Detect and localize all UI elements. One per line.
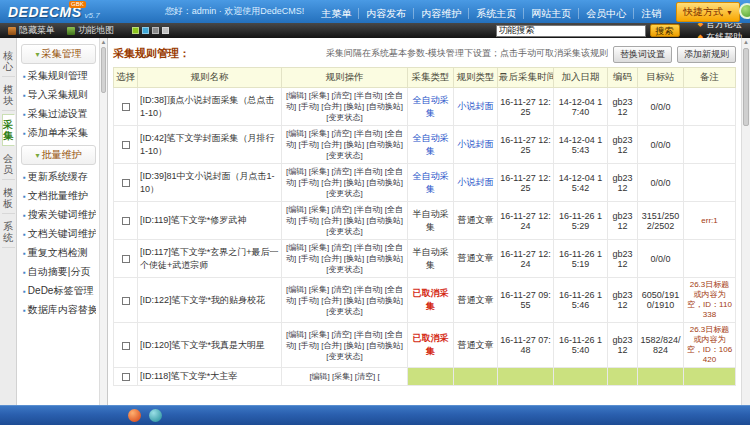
sidebar-scrollbar[interactable]: ▲: [99, 38, 107, 405]
menu-item[interactable]: ▪添加单本采集: [21, 123, 96, 142]
encoding-cell: gb2312: [608, 126, 638, 164]
topnav-item[interactable]: 网站主页: [524, 8, 579, 19]
rule-ops-cell[interactable]: [编辑] [采集] [清空] [半自动] [全自动] [手动] [合并] [换站…: [282, 126, 408, 164]
header-button[interactable]: 替换词设置: [613, 46, 672, 63]
topnav-item[interactable]: 注销: [634, 8, 668, 19]
header-button[interactable]: 添加新规则: [677, 46, 736, 63]
menu-item-label: 搜索关键词维护: [28, 209, 96, 220]
menu-item[interactable]: ▪自动摘要|分页: [21, 262, 96, 281]
menu-item[interactable]: ▪导入采集规则: [21, 85, 96, 104]
row-checkbox[interactable]: [122, 103, 130, 111]
row-checkbox[interactable]: [122, 297, 130, 305]
logo-version-badge: GBK: [69, 1, 86, 8]
search-button[interactable]: 搜索: [650, 24, 680, 37]
menu-section-header[interactable]: ▾采集管理: [21, 44, 96, 64]
topnav-item[interactable]: 主菜单: [314, 8, 359, 19]
menu-item[interactable]: ▪重复文档检测: [21, 243, 96, 262]
scroll-up-icon[interactable]: ▲: [742, 38, 750, 47]
shortcut-button[interactable]: 快捷方式 ▼: [676, 2, 740, 22]
row-checkbox[interactable]: [122, 217, 130, 225]
rule-ops-cell[interactable]: [编辑] [采集] [清空] [半自动] [全自动] [手动] [合并] [换站…: [282, 202, 408, 240]
row-checkbox[interactable]: [122, 373, 130, 381]
target-site-cell: [638, 368, 684, 386]
theme-swatch-icon[interactable]: [132, 27, 139, 34]
sidebar-tab-采集[interactable]: 采集: [2, 114, 15, 146]
row-checkbox[interactable]: [122, 255, 130, 263]
collect-type-cell[interactable]: 全自动采集: [408, 126, 454, 164]
table-body: [ID:38]顶点小说封面采集（总点击1-10）[编辑] [采集] [清空] […: [114, 88, 736, 386]
sidebar-tab-核心[interactable]: 核心: [2, 46, 15, 77]
column-header: 规则类型: [454, 68, 498, 88]
collect-type-cell[interactable]: 已取消采集: [408, 323, 454, 368]
theme-swatch-icon[interactable]: [142, 27, 149, 34]
teal-app-icon[interactable]: [149, 409, 162, 422]
menu-section-title-label: 批量维护: [42, 149, 82, 160]
menu-item[interactable]: ▪采集规则管理: [21, 66, 96, 85]
online-service-icon[interactable]: [739, 3, 750, 19]
function-map-button[interactable]: 功能地图: [67, 24, 114, 37]
sidebar-tab-模块[interactable]: 模块: [2, 80, 15, 111]
menu-item[interactable]: ▪DeDe标签管理: [21, 281, 96, 300]
menu-section-header[interactable]: ▾批量维护: [21, 145, 96, 165]
topnav-item[interactable]: 内容维护: [414, 8, 469, 19]
function-search-input[interactable]: [496, 25, 646, 37]
collect-type-cell[interactable]: [408, 368, 454, 386]
rule-type-cell[interactable]: 小说封面: [454, 126, 498, 164]
last-collect-time-cell: [498, 368, 554, 386]
scroll-up-icon[interactable]: ▲: [100, 38, 107, 46]
rule-ops-cell[interactable]: [编辑] [采集] [清空] [半自动] [全自动] [手动] [合并] [换站…: [282, 323, 408, 368]
collect-type-cell[interactable]: 半自动采集: [408, 240, 454, 278]
rule-ops-cell[interactable]: [编辑] [采集] [清空] [: [282, 368, 408, 386]
menu-item[interactable]: ▪数据库内容替换: [21, 300, 96, 319]
row-checkbox[interactable]: [122, 141, 130, 149]
sidebar-tab-系统[interactable]: 系统: [2, 217, 15, 248]
main-scroll-thumb[interactable]: [743, 48, 749, 126]
row-checkbox[interactable]: [122, 179, 130, 187]
content-area: 核心模块采集会员模板系统 ▾采集管理▪采集规则管理▪导入采集规则▪采集过滤设置▪…: [0, 38, 750, 405]
dedecms-admin-window: DEDECMS GBK v5.7 您好：admin · 欢迎使用DedeCMS!…: [0, 0, 750, 425]
collect-type-cell[interactable]: 已取消采集: [408, 278, 454, 323]
sidebar-menu: ▾采集管理▪采集规则管理▪导入采集规则▪采集过滤设置▪添加单本采集▾批量维护▪更…: [17, 38, 108, 405]
remark-cell: [684, 126, 736, 164]
topnav-item[interactable]: 内容发布: [359, 8, 414, 19]
join-date-cell: 14-12-04 15:42: [554, 164, 608, 202]
row-checkbox[interactable]: [122, 342, 130, 350]
collect-type-cell[interactable]: 全自动采集: [408, 88, 454, 126]
target-site-cell: 0/0/0: [638, 126, 684, 164]
hide-menu-button[interactable]: 隐藏菜单: [8, 24, 55, 37]
rule-ops-cell[interactable]: [编辑] [采集] [清空] [半自动] [全自动] [手动] [合并] [换站…: [282, 88, 408, 126]
menu-item[interactable]: ▪文档关键词维护: [21, 224, 96, 243]
remark-cell: 26.3日标题或内容为空，ID：106420: [684, 323, 736, 368]
menu-item-label: 导入采集规则: [28, 89, 88, 100]
menu-item[interactable]: ▪更新系统缓存: [21, 167, 96, 186]
collect-type-cell[interactable]: 半自动采集: [408, 202, 454, 240]
sidebar-tab-会员[interactable]: 会员: [2, 149, 15, 180]
encoding-cell: gb2312: [608, 164, 638, 202]
main-scrollbar[interactable]: ▲: [741, 38, 750, 405]
rule-ops-cell[interactable]: [编辑] [采集] [清空] [半自动] [全自动] [手动] [合并] [换站…: [282, 240, 408, 278]
rule-ops-cell[interactable]: [编辑] [采集] [清空] [半自动] [全自动] [手动] [合并] [换站…: [282, 164, 408, 202]
top-nav: 您好：admin · 欢迎使用DedeCMS! 主菜单内容发布内容维护系统主页网…: [165, 2, 740, 22]
menu-item[interactable]: ▪采集过滤设置: [21, 104, 96, 123]
menu-item-label: DeDe标签管理: [28, 285, 94, 296]
bullet-icon: ▪: [23, 306, 26, 315]
theme-swatch-icon[interactable]: [162, 27, 169, 34]
target-site-cell: 6050/1910/1910: [638, 278, 684, 323]
rule-type-cell[interactable]: 小说封面: [454, 88, 498, 126]
orange-app-icon[interactable]: [128, 409, 141, 422]
theme-swatch-icon[interactable]: [152, 27, 159, 34]
topnav-item[interactable]: 系统主页: [469, 8, 524, 19]
menu-item[interactable]: ▪文档批量维护: [21, 186, 96, 205]
last-collect-time-cell: 16-11-27 12:25: [498, 164, 554, 202]
join-date-cell: 16-11-26 15:40: [554, 323, 608, 368]
topnav-item[interactable]: 会员中心: [579, 8, 634, 19]
rule-type-cell[interactable]: 小说封面: [454, 164, 498, 202]
sidebar-tab-模板[interactable]: 模板: [2, 183, 15, 214]
welcome-text: 您好：admin · 欢迎使用DedeCMS!: [165, 5, 305, 18]
column-header: 最后采集时间: [498, 68, 554, 88]
rule-ops-cell[interactable]: [编辑] [采集] [清空] [半自动] [全自动] [手动] [合并] [换站…: [282, 278, 408, 323]
sidebar-scroll-thumb[interactable]: [101, 47, 106, 93]
menu-item[interactable]: ▪搜索关键词维护: [21, 205, 96, 224]
collect-type-cell[interactable]: 全自动采集: [408, 164, 454, 202]
last-collect-time-cell: 16-11-27 12:25: [498, 126, 554, 164]
